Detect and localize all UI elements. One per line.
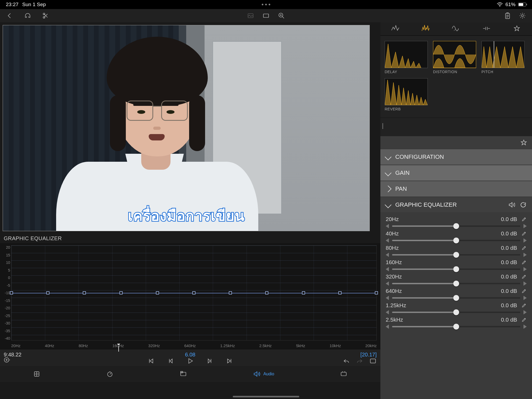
nudge-right-icon[interactable] — [523, 267, 527, 271]
prev-icon[interactable] — [147, 358, 155, 364]
tab-speed[interactable] — [106, 371, 114, 377]
play-icon[interactable] — [186, 358, 194, 364]
eq-node[interactable] — [302, 291, 305, 294]
fx-distortion[interactable]: DISTORTION — [433, 41, 476, 74]
battery-pct: 61% — [505, 2, 516, 7]
eq-node[interactable] — [156, 291, 159, 294]
add-clip-icon[interactable] — [4, 356, 11, 363]
nudge-right-icon[interactable] — [523, 296, 527, 300]
star-icon[interactable] — [520, 139, 527, 146]
eq-graph[interactable]: 20151050-5-10-15-20-25-30-35-40 20Hz40Hz… — [0, 243, 380, 350]
nudge-right-icon[interactable] — [523, 281, 527, 286]
fx-delay[interactable]: DELAY — [385, 41, 428, 74]
tab-effects[interactable] — [340, 371, 347, 377]
rtab-eq[interactable] — [418, 25, 434, 33]
nudge-left-icon[interactable] — [386, 267, 389, 271]
nudge-right-icon[interactable] — [523, 238, 527, 243]
nudge-right-icon[interactable] — [523, 224, 527, 228]
rtab-levels[interactable] — [388, 25, 404, 33]
frame-icon[interactable] — [262, 12, 270, 19]
eq-node[interactable] — [119, 291, 123, 294]
back-icon[interactable] — [6, 12, 13, 19]
fullscreen-icon[interactable] — [369, 358, 377, 364]
step-back-icon[interactable] — [167, 358, 174, 364]
band-slider[interactable] — [392, 225, 520, 227]
tab-audio[interactable]: Audio — [253, 371, 274, 377]
eq-node[interactable] — [338, 291, 342, 294]
section-geq[interactable]: GRAPHIC EQUALIZER — [380, 197, 532, 213]
tab-frame[interactable] — [180, 371, 187, 377]
section-pan[interactable]: PAN — [380, 181, 532, 197]
eq-ytick: 5 — [1, 268, 10, 272]
nudge-left-icon[interactable] — [386, 325, 389, 329]
band-slider[interactable] — [392, 311, 520, 314]
eq-node[interactable] — [83, 291, 86, 294]
video-preview[interactable]: เครื่องมือการเขียน — [3, 25, 370, 231]
fx-pitch[interactable]: PITCH — [481, 41, 525, 74]
slider-knob[interactable] — [453, 238, 459, 243]
eq-node[interactable] — [46, 291, 49, 294]
section-configuration[interactable]: CONFIGURATION — [380, 149, 532, 165]
nudge-right-icon[interactable] — [523, 325, 527, 329]
band-slider[interactable] — [392, 297, 520, 299]
headphones-icon[interactable] — [24, 12, 31, 19]
eq-node[interactable] — [192, 291, 196, 294]
nudge-left-icon[interactable] — [386, 281, 389, 286]
undo-icon[interactable] — [343, 358, 350, 364]
image-icon[interactable] — [247, 12, 254, 19]
pencil-icon[interactable] — [521, 274, 527, 279]
slider-knob[interactable] — [453, 309, 459, 315]
slider-knob[interactable] — [453, 324, 459, 330]
nudge-left-icon[interactable] — [386, 224, 389, 228]
nudge-left-icon[interactable] — [386, 253, 389, 257]
pencil-icon[interactable] — [521, 231, 527, 236]
pencil-icon[interactable] — [521, 303, 527, 308]
tab-audio-label: Audio — [263, 372, 274, 376]
eq-ytick: -20 — [1, 306, 10, 310]
pencil-icon[interactable] — [521, 260, 527, 265]
next-icon[interactable] — [226, 358, 233, 364]
redo-icon[interactable] — [356, 358, 363, 364]
rtab-fav[interactable] — [509, 25, 525, 33]
slider-knob[interactable] — [453, 223, 459, 229]
step-fwd-icon[interactable] — [206, 358, 214, 364]
clipboard-icon[interactable] — [504, 12, 511, 19]
rtab-pitch[interactable] — [448, 25, 464, 33]
inspector-tabs — [380, 22, 532, 36]
reset-icon[interactable] — [520, 201, 527, 208]
pencil-icon[interactable] — [521, 245, 527, 251]
band-slider[interactable] — [392, 282, 520, 285]
eq-node[interactable] — [375, 291, 378, 294]
eq-node[interactable] — [229, 291, 232, 294]
pencil-icon[interactable] — [521, 288, 527, 294]
home-indicator[interactable] — [233, 396, 299, 397]
band-slider[interactable] — [392, 268, 520, 271]
speaker-icon[interactable] — [508, 201, 515, 208]
eq-node[interactable] — [265, 291, 268, 294]
tab-edit[interactable] — [33, 371, 40, 377]
cut-icon[interactable] — [42, 12, 49, 19]
settings-icon[interactable] — [519, 12, 526, 19]
fx-reverb[interactable]: REVERB — [385, 78, 428, 111]
nudge-left-icon[interactable] — [386, 238, 389, 243]
slider-knob[interactable] — [453, 281, 459, 286]
pencil-icon[interactable] — [521, 217, 527, 222]
zoom-icon[interactable] — [278, 12, 285, 19]
eq-plot-area[interactable] — [11, 245, 377, 340]
nudge-left-icon[interactable] — [386, 296, 389, 300]
pencil-icon[interactable] — [521, 317, 527, 322]
rtab-pan[interactable] — [479, 25, 494, 33]
eq-node[interactable] — [10, 291, 13, 294]
slider-knob[interactable] — [453, 252, 459, 258]
band-slider[interactable] — [392, 325, 520, 328]
band-slider[interactable] — [392, 239, 520, 242]
nudge-right-icon[interactable] — [523, 310, 527, 314]
slider-knob[interactable] — [453, 266, 459, 272]
section-gain[interactable]: GAIN — [380, 165, 532, 181]
multitask-dots[interactable] — [262, 4, 270, 5]
playhead-marker[interactable] — [118, 346, 119, 352]
nudge-left-icon[interactable] — [386, 310, 389, 314]
nudge-right-icon[interactable] — [523, 253, 527, 257]
band-slider[interactable] — [392, 253, 520, 256]
slider-knob[interactable] — [453, 295, 459, 301]
